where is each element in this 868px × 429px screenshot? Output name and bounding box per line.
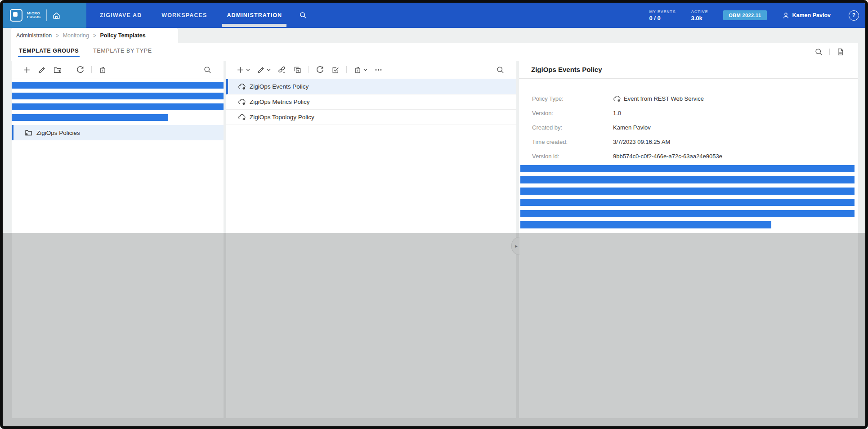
document-report-icon[interactable]: [836, 48, 845, 56]
divider: [309, 66, 309, 73]
help-icon[interactable]: ?: [849, 10, 859, 21]
my-events-stat[interactable]: MY EVENTS 0 / 0: [649, 9, 676, 22]
details-list: Policy Type: Event from REST Web Service: [519, 79, 858, 163]
tab-template-groups[interactable]: TEMPLATE GROUPS: [18, 46, 80, 58]
delete-icon[interactable]: [98, 66, 107, 74]
rest-policy-icon: [238, 113, 246, 121]
tree-item-zigiops-policies[interactable]: ZigiOps Policies: [12, 125, 224, 140]
top-navigation-bar: MICRO FOCUS ZIGIWAVE AD WORKSPACES ADMIN…: [3, 3, 865, 28]
nav-item-workspaces[interactable]: WORKSPACES: [161, 3, 207, 28]
detail-label: Policy Type:: [532, 95, 613, 102]
assign-link-icon[interactable]: [277, 66, 286, 74]
add-icon[interactable]: [236, 66, 250, 74]
redacted-row: [520, 199, 855, 206]
policy-details-panel: ZigiOps Events Policy Policy Type:: [519, 61, 858, 418]
user-menu[interactable]: Kamen Pavlov: [782, 12, 831, 19]
refresh-icon[interactable]: [316, 66, 324, 74]
redacted-row: [12, 103, 224, 110]
tree-item-label: ZigiOps Policies: [36, 130, 80, 136]
divider: [91, 66, 92, 73]
redacted-tree-items: [12, 79, 224, 121]
user-icon: [782, 12, 790, 19]
my-events-label: MY EVENTS: [649, 9, 676, 14]
redacted-row: [520, 165, 855, 172]
divider: [69, 66, 69, 73]
policy-list-item-events[interactable]: ZigiOps Events Policy: [226, 79, 516, 94]
divider: [829, 49, 830, 55]
micro-focus-logo-text: MICRO FOCUS: [27, 12, 41, 19]
policy-name: ZigiOps Events Policy: [250, 83, 309, 90]
detail-label: Version id:: [532, 153, 613, 160]
nav-item-administration[interactable]: ADMINISTRATION: [227, 3, 282, 28]
detail-label: Time created:: [532, 139, 613, 145]
redacted-row: [520, 210, 855, 217]
delete-icon[interactable]: [353, 66, 367, 74]
brand-logo[interactable]: MICRO FOCUS: [3, 3, 86, 28]
detail-policy-type: Policy Type: Event from REST Web Service: [532, 91, 858, 106]
rest-policy-icon: [613, 95, 621, 103]
redacted-row: [12, 82, 224, 89]
detail-value: 3/7/2023 09:16:25 AM: [613, 139, 670, 145]
move-to-group-icon[interactable]: [53, 66, 62, 74]
breadcrumb-item-administration[interactable]: Administration: [16, 32, 52, 39]
edit-icon[interactable]: [257, 66, 271, 74]
details-header: ZigiOps Events Policy: [519, 61, 858, 79]
policy-list-item-topology[interactable]: ZigiOps Topology Policy: [226, 110, 516, 125]
tab-bar-actions: [814, 43, 858, 56]
policy-list-panel: ZigiOps Events Policy ZigiOps Metrics Po…: [226, 61, 516, 418]
panel-disabled-area: [519, 233, 858, 418]
policy-list-item-metrics[interactable]: ZigiOps Metrics Policy: [226, 94, 516, 110]
search-icon[interactable]: [203, 66, 212, 74]
chevron-right-icon: ▸: [515, 243, 518, 249]
global-search-icon[interactable]: [299, 3, 307, 28]
primary-nav: ZIGIWAVE AD WORKSPACES ADMINISTRATION: [100, 3, 282, 28]
policy-list-toolbar: [226, 61, 516, 79]
panel-disabled-area: [12, 233, 224, 418]
add-icon[interactable]: [22, 66, 31, 74]
details-title: ZigiOps Events Policy: [531, 66, 602, 73]
more-actions-icon[interactable]: [374, 66, 383, 74]
active-events-stat[interactable]: ACTIVE 3.0k: [691, 9, 708, 22]
breadcrumb-item-policy-templates: Policy Templates: [100, 32, 145, 39]
edit-icon[interactable]: [38, 66, 46, 74]
breadcrumb-separator: >: [93, 32, 96, 39]
breadcrumb: Administration > Monitoring > Policy Tem…: [11, 28, 178, 43]
user-name: Kamen Pavlov: [792, 12, 831, 18]
my-events-value: 0 / 0: [649, 15, 676, 22]
duplicate-icon[interactable]: [293, 66, 302, 74]
nav-item-zigiwave-ad[interactable]: ZIGIWAVE AD: [100, 3, 142, 28]
refresh-icon[interactable]: [76, 66, 85, 74]
redacted-detail-rows: [520, 165, 855, 232]
detail-version: Version: 1.0: [532, 106, 858, 120]
folder-icon: [24, 129, 33, 137]
detail-value: Event from REST Web Service: [613, 95, 704, 103]
tab-template-by-type[interactable]: TEMPLATE BY TYPE: [92, 46, 152, 58]
brand-divider: [46, 9, 47, 21]
redacted-row: [520, 221, 771, 228]
detail-version-id: Version id: 9bb574c0-c0f2-466e-a72c-63aa…: [532, 149, 858, 163]
panel-disabled-area: [226, 233, 516, 418]
template-groups-toolbar: [12, 61, 224, 79]
detail-value: 1.0: [613, 110, 621, 116]
detail-created-by: Created by: Kamen Pavlov: [532, 120, 858, 134]
detail-value: 9bb574c0-c0f2-466e-a72c-63aa24e9053e: [613, 153, 722, 160]
tab-bar: TEMPLATE GROUPS TEMPLATE BY TYPE: [11, 43, 858, 61]
screenshot-frame: MICRO FOCUS ZIGIWAVE AD WORKSPACES ADMIN…: [0, 0, 868, 429]
select-items-icon[interactable]: [331, 66, 340, 74]
detail-label: Version:: [532, 110, 613, 116]
search-icon[interactable]: [814, 48, 823, 56]
obm-version-badge[interactable]: OBM 2022.11: [723, 10, 766, 20]
topnav-right-cluster: MY EVENTS 0 / 0 ACTIVE 3.0k OBM 2022.11 …: [649, 3, 865, 28]
breadcrumb-item-monitoring[interactable]: Monitoring: [63, 32, 89, 39]
app-window: MICRO FOCUS ZIGIWAVE AD WORKSPACES ADMIN…: [3, 3, 865, 426]
redacted-row: [520, 188, 855, 195]
search-icon[interactable]: [496, 66, 505, 74]
content-panels: ZigiOps Policies: [12, 61, 858, 418]
rest-policy-icon: [238, 98, 246, 106]
breadcrumb-separator: >: [56, 32, 58, 39]
template-groups-panel: ZigiOps Policies: [12, 61, 224, 418]
redacted-row: [520, 176, 855, 183]
home-icon[interactable]: [52, 11, 61, 20]
redacted-row: [12, 114, 168, 121]
active-events-value: 3.0k: [691, 15, 708, 22]
